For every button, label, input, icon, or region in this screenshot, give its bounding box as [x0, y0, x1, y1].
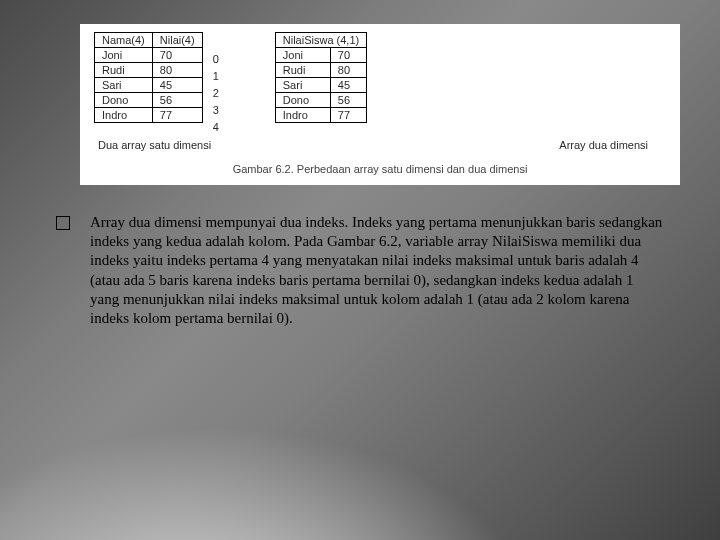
caption-left: Dua array satu dimensi: [94, 139, 290, 151]
table-header-row: Nama(4) Nilai(4): [95, 33, 203, 48]
index-value: 4: [213, 119, 219, 136]
table-row: Indro77: [275, 108, 366, 123]
table-row: Sari45: [275, 78, 366, 93]
col-header: NilaiSiswa (4,1): [275, 33, 366, 48]
index-column: 0 1 2 3 4: [213, 32, 219, 136]
table-row: Rudi80: [275, 63, 366, 78]
table-row: Joni70: [95, 48, 203, 63]
index-value: 3: [213, 102, 219, 119]
col-header: Nilai(4): [152, 33, 202, 48]
index-value: 2: [213, 85, 219, 102]
figure-caption: Gambar 6.2. Perbedaan array satu dimensi…: [94, 163, 666, 175]
table-row: Indro77: [95, 108, 203, 123]
bullet-block: Array dua dimensi mempunyai dua indeks. …: [56, 213, 664, 328]
left-table-block: Nama(4) Nilai(4) Joni70 Rudi80 Sari45 Do…: [94, 32, 219, 136]
paragraph-text: Array dua dimensi mempunyai dua indeks. …: [90, 213, 664, 328]
sub-captions: Dua array satu dimensi Array dua dimensi: [94, 139, 666, 151]
table-header-row: NilaiSiswa (4,1): [275, 33, 366, 48]
table-row: Dono56: [275, 93, 366, 108]
caption-right: Array dua dimensi: [346, 139, 666, 151]
tables-row: Nama(4) Nilai(4) Joni70 Rudi80 Sari45 Do…: [94, 32, 666, 136]
index-value: 1: [213, 68, 219, 85]
figure-panel: Nama(4) Nilai(4) Joni70 Rudi80 Sari45 Do…: [80, 24, 680, 185]
table-row: Sari45: [95, 78, 203, 93]
table-row: Joni70: [275, 48, 366, 63]
table-row: Rudi80: [95, 63, 203, 78]
table-right: NilaiSiswa (4,1) Joni70 Rudi80 Sari45 Do…: [275, 32, 367, 123]
square-bullet-icon: [56, 216, 70, 230]
table-left: Nama(4) Nilai(4) Joni70 Rudi80 Sari45 Do…: [94, 32, 203, 123]
col-header: Nama(4): [95, 33, 153, 48]
index-value: 0: [213, 51, 219, 68]
table-row: Dono56: [95, 93, 203, 108]
